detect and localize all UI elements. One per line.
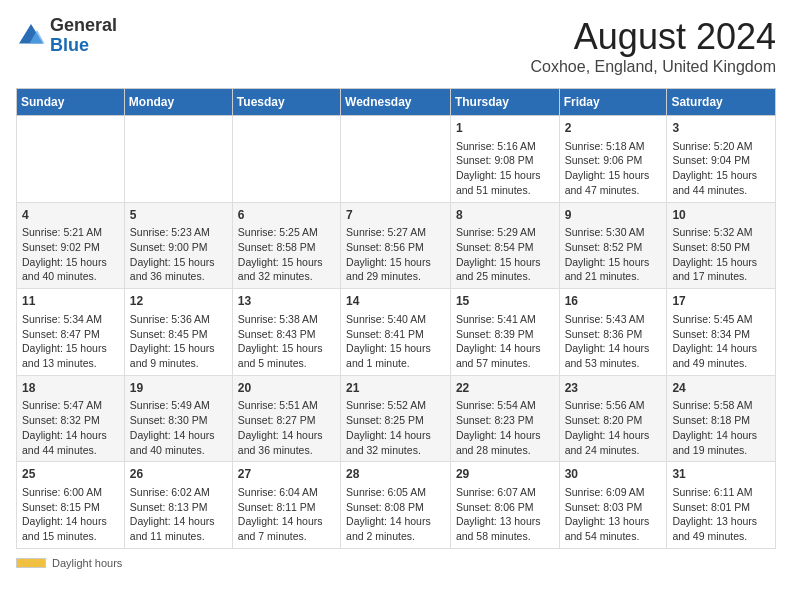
- daylight-bar-icon: [16, 558, 46, 568]
- calendar-week-1: 4Sunrise: 5:21 AM Sunset: 9:02 PM Daylig…: [17, 202, 776, 289]
- day-info: Sunrise: 5:45 AM Sunset: 8:34 PM Dayligh…: [672, 312, 770, 371]
- calendar-cell-2-1: 12Sunrise: 5:36 AM Sunset: 8:45 PM Dayli…: [124, 289, 232, 376]
- day-info: Sunrise: 5:47 AM Sunset: 8:32 PM Dayligh…: [22, 398, 119, 457]
- calendar-week-2: 11Sunrise: 5:34 AM Sunset: 8:47 PM Dayli…: [17, 289, 776, 376]
- calendar-cell-1-2: 6Sunrise: 5:25 AM Sunset: 8:58 PM Daylig…: [232, 202, 340, 289]
- day-info: Sunrise: 5:36 AM Sunset: 8:45 PM Dayligh…: [130, 312, 227, 371]
- day-info: Sunrise: 5:29 AM Sunset: 8:54 PM Dayligh…: [456, 225, 554, 284]
- location-subtitle: Coxhoe, England, United Kingdom: [531, 58, 777, 76]
- calendar-header-monday: Monday: [124, 89, 232, 116]
- day-number: 27: [238, 466, 335, 483]
- calendar-cell-4-4: 29Sunrise: 6:07 AM Sunset: 8:06 PM Dayli…: [450, 462, 559, 549]
- calendar-cell-2-2: 13Sunrise: 5:38 AM Sunset: 8:43 PM Dayli…: [232, 289, 340, 376]
- day-info: Sunrise: 5:43 AM Sunset: 8:36 PM Dayligh…: [565, 312, 662, 371]
- daylight-label: Daylight hours: [52, 557, 122, 569]
- day-number: 11: [22, 293, 119, 310]
- day-number: 24: [672, 380, 770, 397]
- day-number: 31: [672, 466, 770, 483]
- calendar-cell-3-0: 18Sunrise: 5:47 AM Sunset: 8:32 PM Dayli…: [17, 375, 125, 462]
- calendar-header-wednesday: Wednesday: [341, 89, 451, 116]
- calendar-header-tuesday: Tuesday: [232, 89, 340, 116]
- day-info: Sunrise: 5:38 AM Sunset: 8:43 PM Dayligh…: [238, 312, 335, 371]
- day-number: 4: [22, 207, 119, 224]
- day-info: Sunrise: 5:27 AM Sunset: 8:56 PM Dayligh…: [346, 225, 445, 284]
- day-info: Sunrise: 5:18 AM Sunset: 9:06 PM Dayligh…: [565, 139, 662, 198]
- day-info: Sunrise: 6:04 AM Sunset: 8:11 PM Dayligh…: [238, 485, 335, 544]
- day-number: 6: [238, 207, 335, 224]
- calendar-header-sunday: Sunday: [17, 89, 125, 116]
- month-year-title: August 2024: [531, 16, 777, 58]
- day-info: Sunrise: 5:32 AM Sunset: 8:50 PM Dayligh…: [672, 225, 770, 284]
- day-number: 2: [565, 120, 662, 137]
- calendar-cell-0-6: 3Sunrise: 5:20 AM Sunset: 9:04 PM Daylig…: [667, 116, 776, 203]
- calendar-cell-2-5: 16Sunrise: 5:43 AM Sunset: 8:36 PM Dayli…: [559, 289, 667, 376]
- calendar-cell-4-6: 31Sunrise: 6:11 AM Sunset: 8:01 PM Dayli…: [667, 462, 776, 549]
- page-header: General Blue August 2024 Coxhoe, England…: [16, 16, 776, 76]
- day-number: 12: [130, 293, 227, 310]
- calendar-week-3: 18Sunrise: 5:47 AM Sunset: 8:32 PM Dayli…: [17, 375, 776, 462]
- day-info: Sunrise: 6:11 AM Sunset: 8:01 PM Dayligh…: [672, 485, 770, 544]
- day-info: Sunrise: 5:56 AM Sunset: 8:20 PM Dayligh…: [565, 398, 662, 457]
- day-number: 20: [238, 380, 335, 397]
- day-info: Sunrise: 6:09 AM Sunset: 8:03 PM Dayligh…: [565, 485, 662, 544]
- calendar-cell-4-1: 26Sunrise: 6:02 AM Sunset: 8:13 PM Dayli…: [124, 462, 232, 549]
- day-info: Sunrise: 5:25 AM Sunset: 8:58 PM Dayligh…: [238, 225, 335, 284]
- calendar-header-thursday: Thursday: [450, 89, 559, 116]
- calendar-cell-1-6: 10Sunrise: 5:32 AM Sunset: 8:50 PM Dayli…: [667, 202, 776, 289]
- day-number: 5: [130, 207, 227, 224]
- day-info: Sunrise: 5:23 AM Sunset: 9:00 PM Dayligh…: [130, 225, 227, 284]
- day-info: Sunrise: 5:51 AM Sunset: 8:27 PM Dayligh…: [238, 398, 335, 457]
- day-number: 3: [672, 120, 770, 137]
- calendar-cell-3-2: 20Sunrise: 5:51 AM Sunset: 8:27 PM Dayli…: [232, 375, 340, 462]
- calendar-cell-4-0: 25Sunrise: 6:00 AM Sunset: 8:15 PM Dayli…: [17, 462, 125, 549]
- calendar-cell-0-0: [17, 116, 125, 203]
- calendar-cell-0-1: [124, 116, 232, 203]
- calendar-header-row: SundayMondayTuesdayWednesdayThursdayFrid…: [17, 89, 776, 116]
- calendar-header-friday: Friday: [559, 89, 667, 116]
- day-number: 7: [346, 207, 445, 224]
- calendar-cell-2-4: 15Sunrise: 5:41 AM Sunset: 8:39 PM Dayli…: [450, 289, 559, 376]
- day-info: Sunrise: 6:02 AM Sunset: 8:13 PM Dayligh…: [130, 485, 227, 544]
- day-number: 26: [130, 466, 227, 483]
- calendar-cell-3-3: 21Sunrise: 5:52 AM Sunset: 8:25 PM Dayli…: [341, 375, 451, 462]
- day-info: Sunrise: 6:07 AM Sunset: 8:06 PM Dayligh…: [456, 485, 554, 544]
- day-number: 29: [456, 466, 554, 483]
- calendar-cell-2-0: 11Sunrise: 5:34 AM Sunset: 8:47 PM Dayli…: [17, 289, 125, 376]
- calendar-cell-4-5: 30Sunrise: 6:09 AM Sunset: 8:03 PM Dayli…: [559, 462, 667, 549]
- day-info: Sunrise: 5:58 AM Sunset: 8:18 PM Dayligh…: [672, 398, 770, 457]
- day-number: 17: [672, 293, 770, 310]
- day-number: 8: [456, 207, 554, 224]
- day-number: 25: [22, 466, 119, 483]
- calendar-cell-3-6: 24Sunrise: 5:58 AM Sunset: 8:18 PM Dayli…: [667, 375, 776, 462]
- title-block: August 2024 Coxhoe, England, United King…: [531, 16, 777, 76]
- day-info: Sunrise: 5:21 AM Sunset: 9:02 PM Dayligh…: [22, 225, 119, 284]
- day-number: 16: [565, 293, 662, 310]
- calendar-cell-1-0: 4Sunrise: 5:21 AM Sunset: 9:02 PM Daylig…: [17, 202, 125, 289]
- day-info: Sunrise: 5:54 AM Sunset: 8:23 PM Dayligh…: [456, 398, 554, 457]
- calendar-cell-0-3: [341, 116, 451, 203]
- day-number: 22: [456, 380, 554, 397]
- day-info: Sunrise: 5:52 AM Sunset: 8:25 PM Dayligh…: [346, 398, 445, 457]
- calendar-cell-3-1: 19Sunrise: 5:49 AM Sunset: 8:30 PM Dayli…: [124, 375, 232, 462]
- calendar-cell-4-2: 27Sunrise: 6:04 AM Sunset: 8:11 PM Dayli…: [232, 462, 340, 549]
- day-info: Sunrise: 5:34 AM Sunset: 8:47 PM Dayligh…: [22, 312, 119, 371]
- calendar-cell-0-4: 1Sunrise: 5:16 AM Sunset: 9:08 PM Daylig…: [450, 116, 559, 203]
- day-number: 19: [130, 380, 227, 397]
- logo-icon: [16, 21, 46, 51]
- calendar-cell-0-5: 2Sunrise: 5:18 AM Sunset: 9:06 PM Daylig…: [559, 116, 667, 203]
- calendar-cell-1-1: 5Sunrise: 5:23 AM Sunset: 9:00 PM Daylig…: [124, 202, 232, 289]
- calendar-week-4: 25Sunrise: 6:00 AM Sunset: 8:15 PM Dayli…: [17, 462, 776, 549]
- day-number: 23: [565, 380, 662, 397]
- calendar-week-0: 1Sunrise: 5:16 AM Sunset: 9:08 PM Daylig…: [17, 116, 776, 203]
- day-number: 1: [456, 120, 554, 137]
- calendar-cell-0-2: [232, 116, 340, 203]
- calendar-cell-1-3: 7Sunrise: 5:27 AM Sunset: 8:56 PM Daylig…: [341, 202, 451, 289]
- calendar-cell-2-3: 14Sunrise: 5:40 AM Sunset: 8:41 PM Dayli…: [341, 289, 451, 376]
- calendar-cell-3-5: 23Sunrise: 5:56 AM Sunset: 8:20 PM Dayli…: [559, 375, 667, 462]
- day-info: Sunrise: 5:40 AM Sunset: 8:41 PM Dayligh…: [346, 312, 445, 371]
- calendar-cell-4-3: 28Sunrise: 6:05 AM Sunset: 8:08 PM Dayli…: [341, 462, 451, 549]
- calendar-header-saturday: Saturday: [667, 89, 776, 116]
- day-number: 28: [346, 466, 445, 483]
- logo-text: General Blue: [50, 16, 117, 56]
- day-number: 18: [22, 380, 119, 397]
